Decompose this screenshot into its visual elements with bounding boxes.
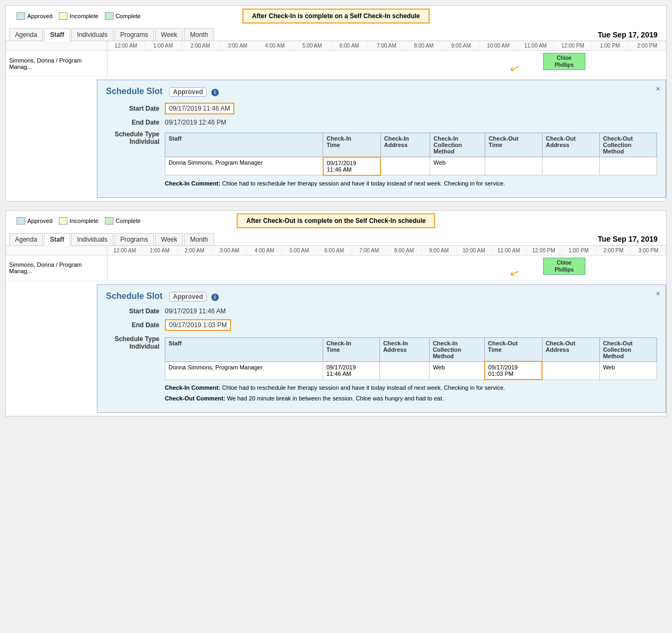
end-date-value-1: 09/17/2019 12:46 PM [165, 119, 226, 126]
legend-complete: Complete [105, 12, 141, 20]
td-staff-1: Donna Simmons, Program Manager [165, 157, 323, 175]
time-cell-2: 1:00 AM [145, 41, 182, 50]
schedule-type-section-1: Schedule Type Individual Staff Check-InT… [106, 130, 657, 187]
arrow-2: ↙ [508, 265, 522, 281]
info-icon-2[interactable]: i [211, 294, 219, 301]
time-cell-14: 1:00 PM [592, 41, 629, 50]
time-cell-10: 9:00 AM [442, 41, 480, 50]
legend-approved-2: Approved [17, 217, 52, 225]
legend-complete-2: Complete [105, 217, 141, 225]
th-staff-1: Staff [165, 133, 323, 157]
timeline-times-2: 12:00 AM 1:00 AM 2:00 AM 3:00 AM 4:00 AM… [108, 246, 666, 255]
slot-table-2: Staff Check-InTime Check-InAddress Check… [165, 337, 657, 381]
time-cell-7: 6:00 AM [331, 41, 369, 50]
td-checkout-time-2: 09/17/201901:03 PM [485, 361, 543, 380]
td-checkout-method-1 [600, 157, 657, 175]
time-cell-11: 10:00 AM [480, 41, 517, 50]
tab-week-1[interactable]: Week [155, 28, 183, 41]
approved-label-2: Approved [27, 218, 52, 224]
legend-approved: Approved [17, 12, 52, 20]
tab-staff-1[interactable]: Staff [44, 28, 70, 41]
start-date-label-1: Start Date [106, 105, 165, 112]
legend-1: Approved Incomplete Complete [11, 9, 146, 23]
th-checkin-addr-2: Check-InAddress [380, 337, 430, 361]
checkout-comment-text-2: We had 20 minute break in between the se… [227, 395, 444, 402]
time-cell-15: 2:00 PM [629, 41, 666, 50]
comment-label-1: Check-In Comment: [165, 180, 220, 187]
th-checkin-method-2: Check-InCollectionMethod [429, 337, 484, 361]
td-checkin-addr-1 [380, 157, 430, 175]
banner-1: After Check-In is complete on a Self Che… [242, 9, 430, 24]
timeline-header-1: 12:00 AM 1:00 AM 2:00 AM 3:00 AM 4:00 AM… [6, 41, 666, 51]
time-cell-8: 7:00 AM [368, 41, 406, 50]
incomplete-label: Incomplete [70, 13, 98, 19]
close-button-2[interactable]: × [656, 289, 660, 298]
timeline-cells-2: ChloePhillips ↙ [108, 256, 666, 281]
th-checkin-method-1: Check-InCollectionMethod [430, 133, 485, 157]
panel-2: Approved Incomplete Complete After Check… [5, 210, 667, 417]
schedule-type-section-2: Schedule Type Individual Staff Check-InT… [106, 335, 657, 402]
th-checkout-time-2: Check-OutTime [485, 337, 543, 361]
td-staff-2: Donna Simmons, Program Manager [165, 361, 323, 380]
tab-programs-1[interactable]: Programs [114, 28, 154, 41]
td-checkout-addr-1 [543, 157, 600, 175]
complete-box-2 [105, 217, 113, 225]
tab-programs-2[interactable]: Programs [114, 233, 154, 245]
approved-box-2 [17, 217, 25, 225]
th-checkout-addr-2: Check-OutAddress [542, 337, 599, 361]
row-label-1: Simmons, Donna / Program Manag... [6, 51, 108, 76]
time-cell-12: 11:00 AM [517, 41, 555, 50]
end-date-field-1: End Date 09/17/2019 12:46 PM [106, 119, 657, 126]
legend-incomplete-2: Incomplete [59, 217, 98, 225]
tab-individuals-1[interactable]: Individuals [71, 28, 113, 41]
timeline-cells-1: ChloePhillips ↙ [108, 51, 666, 76]
info-icon-1[interactable]: i [211, 89, 219, 96]
approved-box [17, 12, 25, 20]
tab-individuals-2[interactable]: Individuals [71, 233, 113, 245]
panel-1: Approved Incomplete Complete After Check… [5, 5, 667, 202]
date-display-1: Tue Sep 17, 2019 [598, 30, 663, 39]
dialog-title-2: Schedule Slot Approved i [106, 291, 657, 301]
legend-incomplete: Incomplete [59, 12, 98, 20]
tab-agenda-2[interactable]: Agenda [9, 233, 43, 245]
start-date-value-1: 09/17/2019 11:46 AM [165, 103, 234, 114]
td-checkin-time-1: 09/17/201911:46 AM [323, 157, 381, 175]
time-cell-5: 4:00 AM [256, 41, 294, 50]
tab-month-2[interactable]: Month [184, 233, 213, 245]
close-button-1[interactable]: × [656, 84, 660, 93]
incomplete-box-2 [59, 217, 67, 225]
th-checkout-method-1: Check-OutCollectionMethod [600, 133, 657, 157]
end-date-label-2: End Date [106, 321, 165, 329]
tab-week-2[interactable]: Week [155, 233, 183, 245]
tab-agenda-1[interactable]: Agenda [9, 28, 43, 41]
schedule-type-value-2: Individual [129, 343, 159, 350]
event-block-1[interactable]: ChloePhillips [543, 53, 585, 70]
tab-staff-2[interactable]: Staff [44, 233, 70, 246]
start-date-field-1: Start Date 09/17/2019 11:46 AM [106, 103, 657, 114]
row-label-2: Simmons, Donna / Program Manag... [6, 256, 108, 281]
event-block-2[interactable]: ChloePhillips [543, 258, 585, 275]
banner-2: After Check-Out is complete on the Self … [236, 213, 435, 228]
comment-text-2: Chloe had to reschedule her therapy sess… [222, 384, 505, 391]
timeline-label-col-2 [6, 246, 108, 255]
complete-label-2: Complete [116, 218, 141, 224]
incomplete-label-2: Incomplete [70, 218, 98, 224]
tab-month-1[interactable]: Month [184, 28, 213, 41]
time-cell-4: 3:00 AM [219, 41, 257, 50]
td-checkin-addr-2 [380, 361, 430, 380]
end-date-field-2: End Date 09/17/2019 1:03 PM [106, 319, 657, 331]
td-checkin-method-2: Web [429, 361, 484, 380]
comment-text-1: Chloe had to reschedule her therapy sess… [222, 180, 505, 187]
start-date-field-2: Start Date 09/17/2019 11:46 AM [106, 307, 657, 315]
slot-table-1: Staff Check-InTime Check-InAddress Check… [165, 133, 657, 176]
schedule-type-value-1: Individual [129, 138, 159, 145]
table-row-2: Donna Simmons, Program Manager 09/17/201… [165, 361, 657, 380]
table-row-1: Donna Simmons, Program Manager 09/17/201… [165, 157, 657, 175]
td-checkout-addr-2 [542, 361, 599, 380]
checkout-comment-label-2: Check-Out Comment: [165, 395, 225, 402]
td-checkout-time-1 [485, 157, 543, 175]
th-checkout-time-1: Check-OutTime [485, 133, 543, 157]
schedule-type-label-2: Schedule Type [114, 335, 159, 343]
legend-2: Approved Incomplete Complete [11, 214, 146, 228]
th-staff-2: Staff [165, 337, 323, 361]
